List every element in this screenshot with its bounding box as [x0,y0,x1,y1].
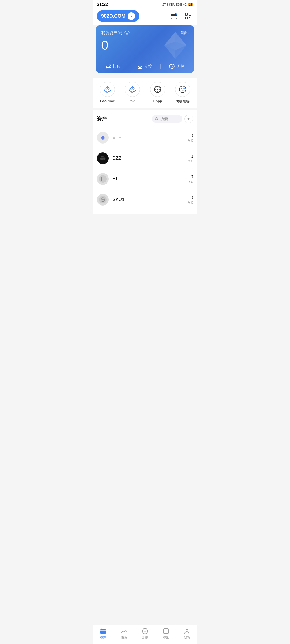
flash-icon [169,64,175,69]
eth2-item[interactable]: Eth2.0 [125,82,140,104]
svg-rect-45 [104,631,105,632]
gas-now-item[interactable]: Gas Now [100,82,115,104]
battery-indicator: 18 [188,3,193,6]
bzz-fiat: ¥ 0 [188,159,193,163]
nav-item-news[interactable]: 资讯 [158,628,174,640]
evm-item[interactable]: EVM 快捷加链 [175,82,190,104]
hi-amount: 0 [188,174,193,180]
token-item-sku1[interactable]: SKU1 0 ¥ 0 [97,189,193,210]
dapp-icon-wrap [150,82,165,97]
bzz-name: BZZ [113,156,188,161]
assets-section: 资产 + [93,110,197,214]
svg-point-41 [103,157,104,158]
hi-name: HI [113,176,188,182]
brand-arrow-icon: › [128,12,135,20]
token-item-eth[interactable]: ETH 0 ¥ 0 [97,127,193,148]
svg-point-39 [104,158,106,160]
svg-rect-44 [100,629,106,634]
dapp-label: DApp [153,99,162,103]
nav-item-market[interactable]: 市场 [116,628,132,640]
add-wallet-button[interactable] [169,11,179,21]
market-nav-icon [121,628,128,635]
eth-watermark [162,31,189,61]
assets-title: 资产 [97,116,107,122]
svg-rect-3 [189,13,191,15]
discover-nav-label: 发现 [142,636,148,640]
status-bar: 21:22 27.8 KB/s HD 4G 18 [93,0,197,8]
signal-indicator: 4G [183,3,187,6]
scan-icon [184,12,192,20]
svg-rect-2 [185,13,187,15]
discover-nav-icon [142,628,148,635]
transfer-icon [106,64,111,69]
svg-text:EVM: EVM [181,87,186,90]
search-icon [155,117,159,121]
news-nav-label: 资讯 [163,636,169,640]
add-token-button[interactable]: + [184,115,193,123]
profile-nav-label: 我的 [184,636,190,640]
sku1-amount: 0 [188,195,193,200]
receive-button[interactable]: 收款 [137,64,152,69]
search-input[interactable] [160,117,179,121]
gas-now-icon [103,85,112,94]
bzz-amount: 0 [188,154,193,159]
eth-values: 0 ¥ 0 [188,133,193,142]
market-nav-label: 市场 [121,636,127,640]
wallet-add-icon [171,12,178,20]
eye-icon[interactable] [124,31,130,36]
svg-marker-20 [129,90,132,93]
search-input-wrap [152,115,182,123]
token-item-hi[interactable]: HI 0 ¥ 0 [97,169,193,189]
bottom-nav: 资产 市场 发现 资讯 [93,625,197,644]
asset-label: 我的资产(¥) [101,31,130,36]
svg-rect-4 [185,17,187,19]
header-action-icons [169,11,193,21]
token-item-bzz[interactable]: BZZ 0 ¥ 0 [97,148,193,169]
bzz-values: 0 ¥ 0 [188,154,193,163]
asset-card: 我的资产(¥) 详情 › [96,25,194,73]
svg-rect-0 [171,14,177,19]
hi-fiat: ¥ 0 [188,180,193,184]
wallet-nav-icon [100,628,107,635]
hi-values: 0 ¥ 0 [188,174,193,184]
eth2-label: Eth2.0 [127,99,137,103]
nav-item-discover[interactable]: 发现 [137,628,153,640]
evm-icon-wrap: EVM [175,82,190,97]
eth-name: ETH [113,135,188,140]
svg-point-37 [100,158,102,160]
hd-badge: HD [176,3,182,6]
search-bar: + [152,115,193,123]
eth-fiat: ¥ 0 [188,138,193,142]
sku1-fiat: ¥ 0 [188,200,193,204]
flash-swap-button[interactable]: 闪兑 [169,64,184,69]
evm-label: 快捷加链 [176,99,190,104]
app-header: 902D.COM › [93,8,197,25]
svg-point-47 [144,631,146,632]
action-divider-2 [160,64,161,69]
status-time: 21:22 [97,2,108,7]
sku1-name: SKU1 [113,197,188,202]
svg-marker-19 [132,90,136,93]
scan-button[interactable] [183,11,193,21]
brand-name: 902D.COM [101,13,125,19]
svg-point-24 [157,89,158,90]
transfer-button[interactable]: 转账 [106,64,121,69]
svg-point-5 [125,31,129,34]
assets-header: 资产 + [97,115,193,123]
evm-icon: EVM [178,85,187,94]
svg-marker-15 [104,90,107,93]
eth-logo [97,132,109,144]
profile-nav-icon [183,628,190,635]
eth-amount: 0 [188,133,193,138]
gas-now-icon-wrap [100,82,115,97]
svg-point-6 [126,32,128,34]
brand-button[interactable]: 902D.COM › [97,10,139,22]
nav-item-profile[interactable]: 我的 [179,628,195,640]
dapp-item[interactable]: DApp [150,82,165,104]
svg-point-49 [186,629,188,631]
eth2-icon [128,85,137,94]
sku1-values: 0 ¥ 0 [188,195,193,204]
receive-icon [137,64,142,69]
nav-item-wallet[interactable]: 资产 [95,628,111,640]
svg-point-38 [102,158,104,160]
